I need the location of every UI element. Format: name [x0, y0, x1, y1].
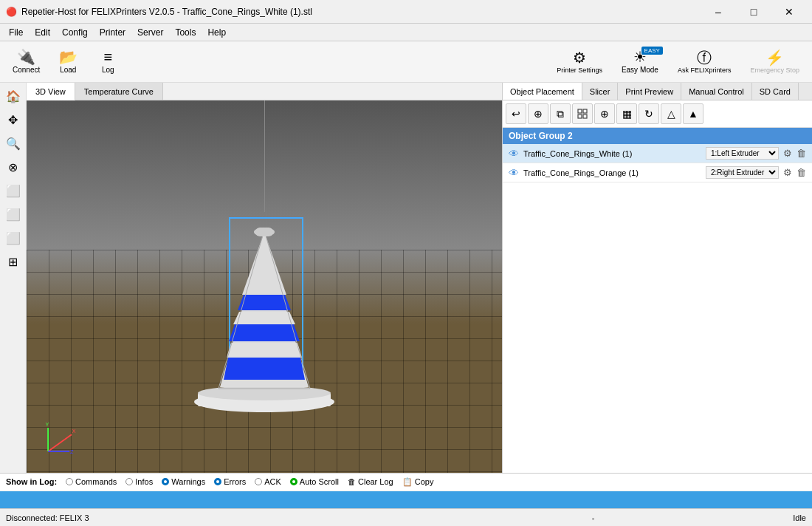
log-label: Log — [102, 66, 114, 74]
minimize-button[interactable]: – — [701, 0, 735, 24]
rt-mirror-up-button[interactable]: △ — [661, 103, 681, 124]
rotate-icon[interactable]: ⊗ — [3, 157, 24, 177]
easy-mode-label: Easy Mode — [622, 66, 658, 74]
status-right: Idle — [793, 513, 806, 522]
log-errors-option[interactable]: Errors — [214, 477, 246, 486]
layers-icon[interactable]: ⊞ — [3, 251, 24, 272]
object-settings-1[interactable]: ⚙ — [783, 148, 792, 159]
rt-center-button[interactable]: ⊕ — [528, 103, 548, 124]
view-tabs: 3D View Temperature Curve — [27, 83, 502, 100]
visibility-toggle-2[interactable]: 👁 — [509, 167, 519, 179]
object-delete-1[interactable]: 🗑 — [796, 148, 806, 159]
table-row: 👁 Traffic_Cone_Rings_White (1) 1:Left Ex… — [503, 144, 812, 163]
svg-text:Z: Z — [70, 448, 74, 455]
log-ack-option[interactable]: ACK — [255, 477, 281, 486]
rt-rotate-button[interactable]: ↻ — [639, 103, 659, 124]
log-commands-option[interactable]: Commands — [66, 477, 117, 486]
3d-viewport[interactable]: X Y Z — [27, 100, 502, 473]
menu-printer[interactable]: Printer — [94, 26, 131, 39]
errors-radio — [214, 478, 221, 485]
traffic-cone-svg — [183, 210, 345, 417]
right-toolbar: ↩ ⊕ ⧉ ⊕ ▦ ↻ △ ▲ — [503, 100, 812, 128]
menu-file[interactable]: File — [3, 26, 29, 39]
menu-server[interactable]: Server — [131, 26, 169, 39]
menu-bar: File Edit Config Printer Server Tools He… — [0, 24, 812, 41]
menu-tools[interactable]: Tools — [169, 26, 202, 39]
copy-log-button[interactable]: 📋 Copy — [402, 477, 434, 487]
connect-icon: 🔌 — [17, 49, 35, 64]
cube-top-icon[interactable]: ⬜ — [3, 204, 24, 225]
extruder-selector-1: 1:Left Extruder 2:Right Extruder — [706, 147, 779, 160]
clear-log-button[interactable]: 🗑 Clear Log — [348, 477, 393, 486]
menu-edit[interactable]: Edit — [29, 26, 56, 39]
rt-grid-button[interactable] — [572, 103, 593, 124]
emergency-icon: ⚡ — [765, 50, 784, 65]
infos-label: Infos — [135, 477, 153, 486]
extruder-select-1[interactable]: 1:Left Extruder 2:Right Extruder — [706, 147, 779, 160]
right-tabs: Object Placement Slicer Print Preview Ma… — [503, 83, 812, 100]
grid-icon — [577, 109, 588, 119]
visibility-toggle-1[interactable]: 👁 — [509, 148, 519, 160]
move-icon[interactable]: ✥ — [3, 109, 24, 130]
zoom-icon[interactable]: 🔍 — [3, 133, 24, 154]
svg-marker-5 — [227, 343, 302, 358]
log-warnings-option[interactable]: Warnings — [162, 477, 205, 486]
rt-copy-button[interactable]: ⧉ — [550, 103, 571, 124]
tab-temperature-curve[interactable]: Temperature Curve — [75, 83, 163, 100]
svg-text:Y: Y — [45, 421, 49, 428]
menu-config[interactable]: Config — [56, 26, 94, 39]
rt-crosshair-button[interactable]: ⊕ — [594, 103, 615, 124]
svg-rect-22 — [583, 115, 587, 118]
toolbar-right-group: ⚙ Printer Settings EASY ☀ Easy Mode ⓕ As… — [550, 44, 806, 80]
tab-object-placement[interactable]: Object Placement — [503, 83, 582, 100]
emergency-label: Emergency Stop — [750, 66, 799, 74]
svg-line-13 — [48, 434, 72, 451]
commands-radio — [66, 478, 73, 485]
tab-3d-view[interactable]: 3D View — [27, 83, 75, 100]
ask-felix-button[interactable]: ⓕ Ask FELIXprinters — [671, 44, 738, 80]
svg-rect-21 — [578, 115, 582, 118]
extruder-select-2[interactable]: 1:Left Extruder 2:Right Extruder — [706, 166, 779, 179]
maximize-button[interactable]: □ — [737, 0, 771, 24]
svg-text:X: X — [72, 428, 76, 434]
svg-rect-12 — [255, 228, 273, 236]
connect-button[interactable]: 🔌 Connect — [6, 44, 47, 80]
log-button[interactable]: ≡ Log — [89, 44, 126, 80]
easy-badge: EASY — [641, 47, 663, 55]
show-in-log-label: Show in Log: — [6, 477, 57, 486]
cube-front-icon[interactable]: ⬜ — [3, 180, 24, 201]
menu-help[interactable]: Help — [202, 26, 232, 39]
autoscroll-label: Auto Scroll — [300, 477, 339, 486]
rt-resize-button[interactable]: ▦ — [616, 103, 637, 124]
connect-label: Connect — [13, 66, 40, 74]
easy-mode-button[interactable]: EASY ☀ Easy Mode — [615, 44, 665, 80]
svg-marker-7 — [233, 312, 295, 324]
copy-icon: 📋 — [402, 477, 413, 487]
tab-slicer[interactable]: Slicer — [582, 83, 619, 100]
log-icon: ≡ — [103, 49, 112, 64]
log-area: Show in Log: Commands Infos Warnings Err… — [0, 473, 812, 508]
close-button[interactable]: ✕ — [772, 0, 806, 24]
svg-marker-8 — [238, 295, 291, 310]
home-icon[interactable]: 🏠 — [3, 86, 24, 106]
log-infos-option[interactable]: Infos — [125, 477, 153, 486]
rt-mirror-down-button[interactable]: ▲ — [683, 103, 703, 124]
clear-log-label: Clear Log — [358, 477, 393, 486]
ask-felix-icon: ⓕ — [697, 50, 712, 65]
tab-print-preview[interactable]: Print Preview — [618, 83, 681, 100]
load-button[interactable]: 📂 Load — [49, 44, 86, 80]
tab-manual-control[interactable]: Manual Control — [681, 83, 752, 100]
object-delete-2[interactable]: 🗑 — [796, 167, 806, 178]
cube-side-icon[interactable]: ⬜ — [3, 228, 24, 248]
left-sidebar: 🏠 ✥ 🔍 ⊗ ⬜ ⬜ ⬜ ⊞ — [0, 83, 27, 473]
load-label: Load — [60, 66, 76, 74]
tab-sd-card[interactable]: SD Card — [752, 83, 799, 100]
object-settings-2[interactable]: ⚙ — [783, 167, 792, 178]
printer-settings-icon: ⚙ — [573, 50, 586, 65]
log-autoscroll-option[interactable]: Auto Scroll — [290, 477, 339, 486]
traffic-cone-container — [176, 195, 353, 417]
rt-return-button[interactable]: ↩ — [506, 103, 526, 124]
emergency-stop-button[interactable]: ⚡ Emergency Stop — [743, 44, 806, 80]
printer-settings-button[interactable]: ⚙ Printer Settings — [550, 44, 609, 80]
ask-felix-label: Ask FELIXprinters — [678, 66, 732, 74]
